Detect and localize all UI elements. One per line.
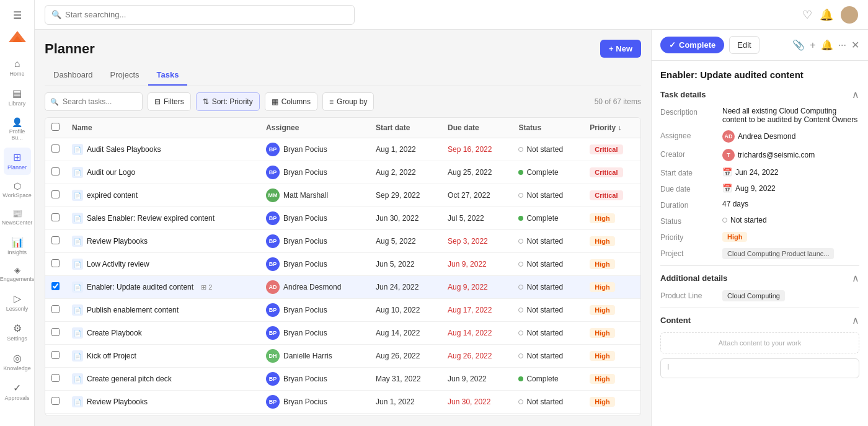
complete-button[interactable]: ✓ Complete bbox=[660, 37, 724, 53]
close-icon[interactable]: ✕ bbox=[851, 39, 859, 51]
assignee-cell: BP Bryan Pocius bbox=[266, 372, 363, 386]
columns-button[interactable]: ▦ Columns bbox=[265, 92, 317, 111]
sidebar-item-lessonly[interactable]: ▷ Lessonly bbox=[4, 289, 31, 316]
more-icon[interactable]: ··· bbox=[838, 40, 846, 51]
table-row[interactable]: 📄 Audit our Logo BP Bryan Pocius Aug 2, … bbox=[45, 161, 640, 184]
sidebar-item-newscenter[interactable]: 📰 NewsCenter bbox=[4, 205, 31, 230]
creator-avatar: T bbox=[722, 149, 735, 161]
status-cell: Not started bbox=[518, 329, 577, 337]
row-start-date-cell: Aug 1, 2022 bbox=[370, 138, 441, 161]
col-name[interactable]: Name bbox=[66, 118, 260, 138]
status-text: Not started bbox=[526, 283, 563, 291]
row-checkbox[interactable] bbox=[51, 167, 60, 175]
due-date: Aug 26, 2022 bbox=[448, 352, 492, 360]
sidebar-item-planner[interactable]: ⊞ Planner bbox=[4, 148, 31, 175]
row-start-date-cell: Aug 2, 2022 bbox=[370, 161, 441, 184]
assignee-name: Danielle Harris bbox=[283, 352, 332, 360]
library-icon: ▤ bbox=[12, 87, 22, 99]
table-row[interactable]: 📄 Kick off Project DH Danielle Harris Au… bbox=[45, 345, 640, 368]
table-row[interactable]: 📄 Low Activity review BP Bryan Pocius Ju… bbox=[45, 253, 640, 276]
group-by-button[interactable]: ≡ Group by bbox=[322, 92, 374, 111]
global-search[interactable]: 🔍 bbox=[45, 5, 355, 25]
new-button[interactable]: + New bbox=[600, 40, 641, 58]
table-row[interactable]: 📄 Audit Sales Playbooks BP Bryan Pocius … bbox=[45, 138, 640, 161]
row-status-cell: Not started bbox=[512, 322, 583, 345]
table-row[interactable]: 📄 expired content MM Matt Marshall Sep 2… bbox=[45, 184, 640, 207]
sidebar-item-label: Home bbox=[9, 71, 24, 78]
row-checkbox[interactable] bbox=[51, 259, 60, 267]
search-input[interactable] bbox=[65, 10, 348, 19]
col-priority[interactable]: Priority ↓ bbox=[583, 118, 640, 138]
menu-toggle[interactable]: ☰ bbox=[4, 5, 31, 25]
table-row[interactable]: 📄 Sales Enabler: Review expired content … bbox=[45, 207, 640, 230]
search-tasks-input[interactable] bbox=[63, 97, 137, 106]
table-row[interactable]: 📄 Kick off Project BP Bryan Pocius May 3… bbox=[45, 414, 640, 417]
tab-dashboard[interactable]: Dashboard bbox=[45, 65, 102, 86]
favorites-icon[interactable]: ♡ bbox=[802, 8, 812, 22]
start-date: Sep 29, 2022 bbox=[376, 191, 420, 200]
due-date-row: Due date 📅 Aug 9, 2022 bbox=[660, 184, 859, 193]
sidebar-item-knowledge[interactable]: ◎ Knowledge bbox=[4, 348, 31, 376]
tab-projects[interactable]: Projects bbox=[102, 65, 148, 86]
collapse-additional-icon[interactable]: ∧ bbox=[852, 272, 859, 284]
filters-button[interactable]: ⊟ Filters bbox=[148, 92, 191, 111]
assignee-value: AD Andrea Desmond bbox=[722, 130, 795, 143]
task-name: 📄 Kick off Project bbox=[72, 350, 254, 362]
table-row[interactable]: 📄 Create general pitch deck BP Bryan Poc… bbox=[45, 368, 640, 391]
notifications-icon[interactable]: 🔔 bbox=[820, 8, 833, 22]
task-icon: 📄 bbox=[72, 373, 83, 384]
sidebar-item-profile[interactable]: 👤 Profile Bu... bbox=[4, 113, 31, 146]
sidebar-item-workspace[interactable]: ⬡ WorkSpace bbox=[4, 177, 31, 203]
sidebar-item-insights[interactable]: 📊 Insights bbox=[4, 233, 31, 260]
row-name-cell: 📄 Audit Sales Playbooks bbox=[66, 138, 260, 161]
collapse-content-icon[interactable]: ∧ bbox=[852, 314, 859, 326]
sidebar-item-settings[interactable]: ⚙ Settings bbox=[4, 319, 31, 346]
row-checkbox[interactable] bbox=[51, 397, 60, 405]
select-all-checkbox[interactable] bbox=[51, 123, 60, 131]
col-due-date[interactable]: Due date bbox=[441, 118, 512, 138]
task-icon: 📄 bbox=[72, 144, 83, 155]
sidebar-item-approvals[interactable]: ✓ Approvals bbox=[4, 378, 31, 406]
due-date: Jun 30, 2022 bbox=[448, 397, 490, 406]
row-checkbox[interactable] bbox=[51, 144, 60, 153]
tab-tasks[interactable]: Tasks bbox=[148, 65, 188, 86]
row-checkbox[interactable] bbox=[51, 328, 60, 336]
collapse-icon[interactable]: ∧ bbox=[852, 89, 859, 100]
sidebar-item-library[interactable]: ▤ Library bbox=[4, 84, 31, 111]
start-date: May 31, 2022 bbox=[376, 375, 421, 383]
table-row[interactable]: 📄 Publish enablement content BP Bryan Po… bbox=[45, 299, 640, 322]
task-name: 📄 Create general pitch deck bbox=[72, 373, 254, 384]
comment-input[interactable]: I bbox=[660, 358, 859, 378]
task-search[interactable]: 🔍 bbox=[45, 92, 143, 111]
row-checkbox[interactable] bbox=[51, 374, 60, 382]
add-icon[interactable]: + bbox=[810, 40, 815, 51]
sidebar-item-home[interactable]: ⌂ Home bbox=[4, 55, 31, 81]
row-checkbox[interactable] bbox=[51, 236, 60, 244]
user-avatar[interactable] bbox=[841, 6, 858, 24]
table-row[interactable]: 📄 Review Playbooks BP Bryan Pocius Jun 1… bbox=[45, 391, 640, 414]
attach-content-area[interactable]: Attach content to your work bbox=[660, 332, 859, 353]
task-icon: 📄 bbox=[72, 282, 83, 293]
table-row[interactable]: 📄 Enabler: Update audited content ⊞2 AD … bbox=[45, 276, 640, 299]
table-row[interactable]: 📄 Create Playbook BP Bryan Pocius Aug 14… bbox=[45, 322, 640, 345]
row-checkbox[interactable] bbox=[51, 190, 60, 198]
row-checkbox-cell bbox=[45, 414, 66, 417]
row-checkbox[interactable] bbox=[51, 213, 60, 221]
table-row[interactable]: 📄 Review Playbooks BP Bryan Pocius Aug 5… bbox=[45, 230, 640, 253]
status-text: Complete bbox=[526, 168, 558, 177]
bell-icon[interactable]: 🔔 bbox=[821, 39, 833, 51]
edit-button[interactable]: Edit bbox=[729, 36, 759, 54]
status-dot bbox=[518, 285, 523, 290]
row-checkbox[interactable] bbox=[51, 351, 60, 359]
attachment-icon[interactable]: 📎 bbox=[792, 39, 805, 51]
sidebar-item-engagements[interactable]: ◈ Engagements bbox=[4, 262, 31, 286]
row-status-cell: Complete bbox=[512, 414, 583, 417]
row-checkbox[interactable] bbox=[51, 305, 60, 313]
row-priority-cell: Critical bbox=[583, 184, 640, 207]
status-dot bbox=[518, 262, 523, 267]
row-checkbox[interactable] bbox=[51, 282, 60, 290]
col-status[interactable]: Status bbox=[512, 118, 583, 138]
col-assignee[interactable]: Assignee bbox=[260, 118, 370, 138]
col-start-date[interactable]: Start date bbox=[370, 118, 441, 138]
sort-button[interactable]: ⇅ Sort: Priority bbox=[196, 92, 260, 111]
